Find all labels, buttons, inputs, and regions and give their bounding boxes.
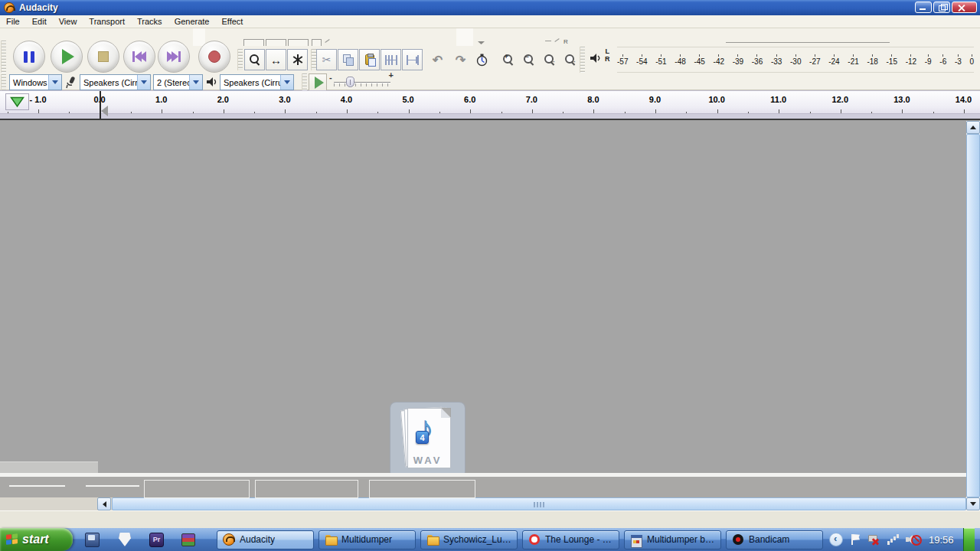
meter-tick-39: -39 (733, 54, 743, 66)
stop-button[interactable] (87, 41, 119, 73)
speaker-icon (206, 77, 218, 87)
tray-network-error[interactable] (867, 533, 881, 546)
dropdown-button[interactable] (48, 75, 61, 90)
play-button[interactable] (51, 41, 83, 73)
timer-button[interactable] (472, 49, 492, 70)
vertical-scrollbar-thumb[interactable] (966, 134, 980, 497)
menu-item-effect[interactable]: Effect (216, 15, 250, 28)
menu-item-transport[interactable]: Transport (83, 15, 131, 28)
undo-button[interactable]: ↶ (427, 49, 448, 70)
tray-flag[interactable] (848, 533, 862, 546)
clipped-toolbar-fragment (243, 39, 264, 46)
host-select[interactable]: Windows (9, 74, 62, 90)
slider-thumb[interactable] (346, 77, 354, 87)
skip-to-end-button[interactable] (158, 41, 190, 73)
quick-launch-winrar-icon[interactable] (180, 531, 197, 548)
slider-ticks (334, 83, 390, 86)
meter-right-label: R (605, 55, 610, 63)
transcription-toolbar-grip[interactable] (302, 73, 307, 91)
chevron-down-icon (141, 80, 147, 84)
clipped-toolbar-fragment (325, 39, 329, 43)
skip-to-start-button[interactable] (123, 41, 155, 73)
dropdown-button[interactable] (189, 75, 202, 90)
play-icon (62, 49, 74, 64)
meter-tick-48: -48 (675, 54, 685, 66)
scroll-up-button[interactable] (966, 121, 980, 134)
taskbar-button-multidumper[interactable]: Multidumper (318, 530, 416, 549)
play-at-speed-button[interactable] (309, 73, 327, 91)
taskbar-button-sychowicz-lukasz[interactable]: Sychowicz_Lukasz (420, 530, 518, 549)
quick-launch-program-icon[interactable] (83, 531, 100, 548)
minimize-button[interactable] (915, 2, 932, 13)
tools-toolbar-grip[interactable] (237, 49, 243, 70)
start-button[interactable]: start (0, 528, 73, 551)
clipped-chevron-fragment (478, 41, 485, 44)
horizontal-scrollbar-thumb[interactable] (112, 497, 966, 510)
tray-collapse-chevron[interactable] (829, 533, 843, 546)
tray-muted-speaker[interactable] (906, 533, 920, 546)
scroll-down-button[interactable] (966, 497, 980, 510)
meter-tick-27: -27 (809, 54, 820, 66)
meter-tick-21: -21 (848, 54, 858, 66)
playback-device-select[interactable]: Speakers (Cirrus (80, 74, 151, 90)
edit-toolbar-grip[interactable] (311, 49, 316, 70)
redo-button[interactable]: ↷ (450, 49, 471, 70)
fit-selection-button[interactable]: ↔ (539, 49, 560, 70)
glitch-box (255, 480, 358, 498)
clipped-toolbar-fragment (266, 39, 286, 46)
record-button[interactable] (198, 41, 230, 73)
taskbar-button-bandicam[interactable]: Bandicam (726, 530, 823, 549)
multi-tool-button[interactable] (287, 49, 308, 70)
show-desktop-button[interactable] (963, 528, 975, 551)
timeline-label-10-0: 10.0 (708, 95, 724, 104)
scroll-left-button[interactable] (97, 497, 111, 510)
clipped-toolbar-fragment (545, 41, 551, 41)
device-toolbar-grip[interactable] (1, 74, 6, 90)
pause-button[interactable] (13, 41, 45, 73)
copy-icon (343, 54, 354, 65)
zoom-out-button[interactable]: − (518, 49, 539, 70)
track-panel-area[interactable]: ♪ 4 WAV → Move (0, 120, 980, 473)
menu-item-view[interactable]: View (53, 15, 83, 28)
restore-button[interactable] (933, 2, 950, 13)
fit-project-button[interactable]: → (560, 49, 580, 70)
zoom-tool-button[interactable] (244, 49, 265, 70)
taskbar-button-audacity[interactable]: Audacity (217, 530, 314, 549)
meter-tick-36: -36 (752, 54, 763, 66)
partial-panel-fragment (0, 461, 98, 473)
meter-toolbar-grip[interactable] (580, 47, 585, 73)
menu-item-file[interactable]: File (0, 15, 26, 28)
meter-tick-54: -54 (636, 54, 647, 66)
taskbar-button-multidumper-by[interactable]: Multidumper by ... (624, 530, 721, 549)
taskbar-button-the-lounge-for[interactable]: The Lounge - For... (522, 530, 619, 549)
quick-launch-premiere-icon[interactable]: Pr (149, 533, 164, 547)
dragged-wav-files-ghost[interactable]: ♪ 4 WAV (390, 403, 465, 478)
stop-icon (98, 51, 109, 62)
vertical-scrollbar[interactable] (966, 121, 980, 510)
paste-button[interactable] (359, 49, 380, 70)
transport-toolbar-grip[interactable] (1, 41, 6, 73)
menu-item-tracks[interactable]: Tracks (131, 15, 168, 28)
horizontal-scrollbar[interactable] (0, 497, 966, 510)
timeline-ruler[interactable]: - 1.00.01.02.03.04.05.06.07.08.09.010.01… (0, 90, 980, 120)
zoom-in-button[interactable]: + (498, 49, 518, 70)
menu-item-edit[interactable]: Edit (26, 15, 53, 28)
tray-signal-bars[interactable] (887, 533, 900, 546)
cut-button[interactable]: ✂ (316, 49, 337, 70)
timeline-label-13-0: 13.0 (893, 95, 910, 104)
close-button[interactable] (952, 2, 977, 13)
taskbar-clock: 19:56 (929, 534, 954, 546)
recording-device-select[interactable]: Speakers (Cirrus (220, 74, 294, 90)
time-shift-tool-button[interactable]: ↔ (266, 49, 286, 70)
copy-button[interactable] (338, 49, 358, 70)
meter-db-scale[interactable]: -57-54-51-48-45-42-39-36-33-30-27-24-21-… (617, 47, 974, 73)
dropdown-button[interactable] (137, 75, 150, 90)
dropdown-button[interactable] (280, 75, 293, 90)
glitch-box (144, 480, 250, 498)
channels-select[interactable]: 2 (Stereo) (153, 74, 203, 90)
quick-launch-player-icon[interactable] (116, 531, 133, 548)
silence-selection-button[interactable] (402, 49, 423, 70)
menu-item-generate[interactable]: Generate (168, 15, 216, 28)
playback-speed-slider[interactable]: - + (332, 73, 395, 91)
trim-outside-selection-button[interactable] (381, 49, 401, 70)
